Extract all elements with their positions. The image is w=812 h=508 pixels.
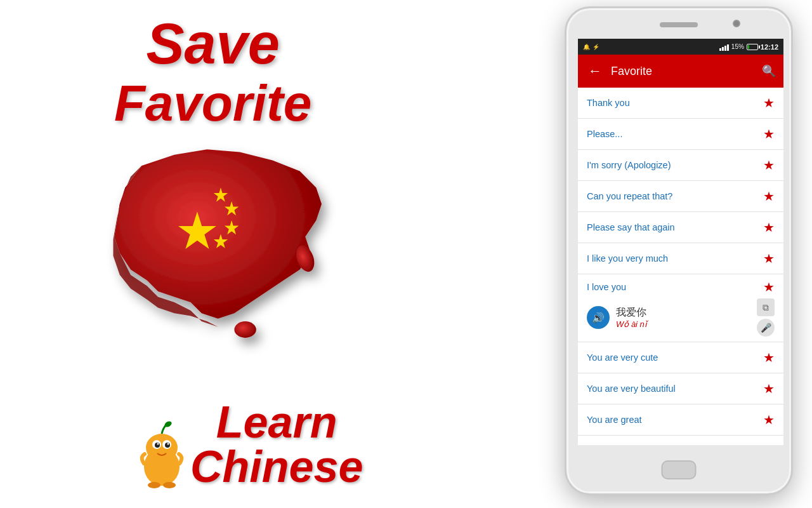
list-item[interactable]: Please... ★ [578, 119, 783, 150]
phrase-text: You are very cute [587, 352, 758, 363]
list-item[interactable]: You are very beautiful ★ [578, 373, 783, 404]
star-icon[interactable]: ★ [763, 350, 775, 365]
phrase-text: You are very beautiful [587, 384, 758, 394]
list-item[interactable]: Can you repeat that? ★ [578, 181, 783, 212]
list-item[interactable]: I like you very much ★ [578, 243, 783, 274]
chinese-label: Chinese [190, 444, 363, 489]
favorites-list: Thank you ★ Please... ★ I'm sorry (Apolo… [578, 88, 783, 445]
app-title: Favorite [611, 65, 756, 78]
svg-point-13 [157, 443, 159, 445]
home-button[interactable] [662, 460, 697, 479]
mic-button[interactable]: 🎤 [757, 319, 775, 337]
phrase-text: Please... [587, 129, 758, 139]
left-panel: Save Favorite [0, 0, 444, 508]
svg-point-16 [148, 482, 160, 488]
phrase-text: Please say that again [587, 222, 758, 232]
svg-point-8 [146, 434, 178, 462]
phone: 🔔 ⚡ 15% 12:12 ← Favorite 🔍 [565, 6, 793, 495]
svg-point-17 [163, 482, 176, 488]
battery-percent: 15% [731, 43, 744, 50]
learn-label: Learn [190, 400, 363, 444]
star-icon[interactable]: ★ [763, 251, 775, 266]
action-icons: ⧉ 🎤 [757, 298, 775, 337]
status-icons: 🔔 ⚡ [583, 44, 599, 50]
star-icon[interactable]: ★ [763, 279, 775, 295]
phrase-text: Thank you [587, 98, 758, 108]
play-button[interactable]: 🔊 [587, 306, 610, 329]
list-item[interactable]: I love you ★ 🔊 我爱你 Wǒ ài nǐ ⧉ 🎤 [578, 274, 783, 342]
favorite-label: Favorite [114, 76, 311, 131]
list-item[interactable]: Thank you ★ [578, 88, 783, 119]
expanded-content: 🔊 我爱你 Wǒ ài nǐ ⧉ 🎤 [587, 298, 775, 337]
status-bar: 🔔 ⚡ 15% 12:12 [578, 39, 783, 55]
svg-point-14 [167, 443, 169, 445]
back-button[interactable]: ← [586, 63, 605, 79]
star-icon[interactable]: ★ [763, 412, 775, 427]
title-block: Save Favorite [114, 13, 311, 131]
phone-body: 🔔 ⚡ 15% 12:12 ← Favorite 🔍 [565, 6, 793, 495]
phone-speaker [660, 22, 698, 27]
phone-camera [733, 20, 740, 27]
learn-chinese-block: Learn Chinese [190, 400, 363, 489]
save-label: Save [114, 13, 311, 76]
chinese-characters: 我爱你 [616, 306, 750, 319]
star-icon[interactable]: ★ [763, 157, 775, 173]
star-icon[interactable]: ★ [763, 126, 775, 142]
copy-button[interactable]: ⧉ [757, 298, 775, 316]
translation-block: 我爱你 Wǒ ài nǐ [616, 306, 750, 329]
phone-screen: 🔔 ⚡ 15% 12:12 ← Favorite 🔍 [578, 39, 783, 445]
star-icon[interactable]: ★ [763, 381, 775, 396]
signal-icon [719, 43, 729, 51]
list-item[interactable]: I'm sorry (Apologize) ★ [578, 150, 783, 181]
list-item[interactable]: Please say that again ★ [578, 212, 783, 243]
phrase-text: You are great [587, 415, 758, 425]
time-display: 12:12 [761, 43, 778, 51]
phrase-text: Can you repeat that? [587, 191, 758, 201]
svg-point-1 [234, 321, 256, 338]
phrase-text: I like you very much [587, 253, 758, 264]
app-bar: ← Favorite 🔍 [578, 55, 783, 88]
mascot [133, 419, 190, 489]
search-button[interactable]: 🔍 [762, 64, 776, 78]
phrase-text: I'm sorry (Apologize) [587, 160, 758, 170]
phrase-text: I love you [587, 282, 758, 292]
star-icon[interactable]: ★ [763, 95, 775, 110]
star-icon[interactable]: ★ [763, 189, 775, 204]
star-icon[interactable]: ★ [763, 220, 775, 235]
list-item-top: I love you ★ [587, 279, 775, 295]
list-item[interactable]: You are very cute ★ [578, 342, 783, 373]
pinyin-text: Wǒ ài nǐ [616, 319, 750, 329]
battery-icon [747, 44, 758, 50]
china-map [76, 127, 349, 368]
list-item[interactable]: You are great ★ [578, 404, 783, 436]
